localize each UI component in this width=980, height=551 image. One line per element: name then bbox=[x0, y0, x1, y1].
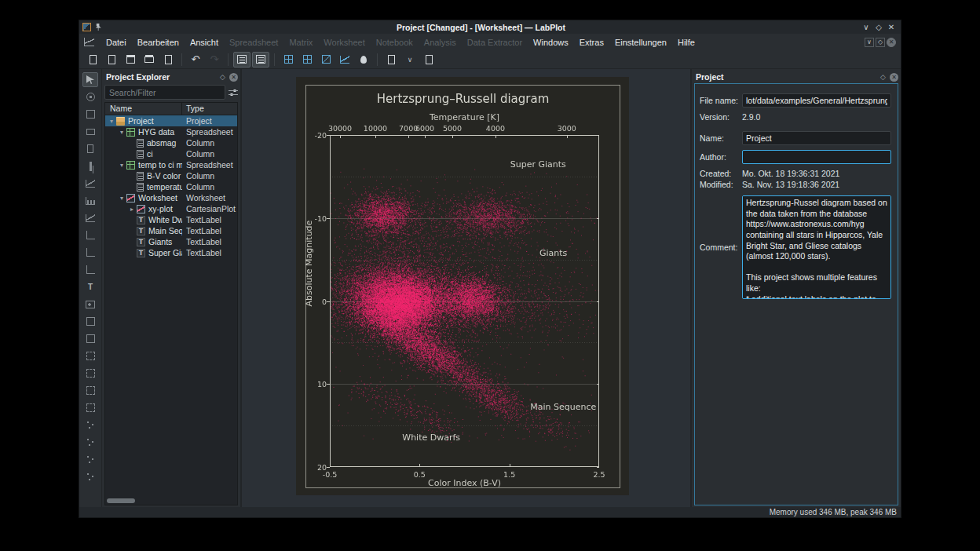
zoom-y-select-mode-button[interactable] bbox=[82, 141, 98, 156]
export-button[interactable] bbox=[159, 52, 177, 68]
maximize-button[interactable]: ◇ bbox=[872, 21, 885, 33]
add-legend-button[interactable] bbox=[82, 262, 98, 277]
expander-open-icon[interactable]: ▾ bbox=[118, 162, 126, 169]
toggle-properties-explorer-button[interactable] bbox=[252, 52, 269, 68]
sheet-icon bbox=[126, 128, 135, 137]
new-worksheet-button[interactable] bbox=[317, 52, 335, 68]
tree-row-worksheet[interactable]: ▾WorksheetWorksheet bbox=[105, 192, 237, 203]
navigate-mode-button[interactable] bbox=[82, 89, 98, 104]
close-dock-icon[interactable]: ✕ bbox=[890, 73, 898, 82]
menu-ansicht[interactable]: Ansicht bbox=[185, 36, 224, 49]
menu-hilfe[interactable]: Hilfe bbox=[672, 36, 700, 49]
add-text-label-button[interactable]: T bbox=[82, 279, 98, 294]
zoom-fit-selection-button[interactable] bbox=[82, 366, 98, 381]
tree-row-xy-plot[interactable]: ▸xy-plotCartesianPlot bbox=[105, 203, 237, 214]
new-matrix-button[interactable] bbox=[298, 52, 316, 68]
text-label-giants[interactable]: Giants bbox=[539, 248, 567, 258]
filter-options-icon[interactable] bbox=[229, 89, 238, 97]
tree-row-main-sequence[interactable]: TMain SequenceTextLabel bbox=[105, 225, 237, 236]
tree-row-ci[interactable]: ciColumn bbox=[105, 148, 237, 159]
tree-row-giants[interactable]: TGiantsTextLabel bbox=[105, 236, 237, 247]
menu-windows[interactable]: Windows bbox=[528, 36, 574, 49]
horizontal-scrollbar[interactable] bbox=[107, 498, 135, 503]
select-and-edit-mode-button[interactable] bbox=[82, 72, 98, 87]
worksheet-page[interactable]: Hertzsprung–Russell diagram Temperature … bbox=[296, 77, 629, 495]
import-sql-button[interactable] bbox=[420, 52, 437, 68]
tree-row-super-giants[interactable]: TSuper GiantsTextLabel bbox=[105, 247, 237, 258]
expander-open-icon[interactable]: ▾ bbox=[108, 118, 115, 125]
zoom-fit-x-button[interactable] bbox=[82, 383, 98, 398]
close-dock-icon[interactable]: ✕ bbox=[229, 73, 238, 82]
color-maps-button[interactable] bbox=[355, 52, 372, 68]
search-input[interactable] bbox=[104, 85, 225, 100]
new-plot-button[interactable] bbox=[336, 52, 353, 68]
shift-up-y-button[interactable] bbox=[82, 452, 98, 467]
zoom-fit-y-button[interactable] bbox=[82, 400, 98, 415]
tree-row-white-dwarfs[interactable]: TWhite DwarfsTextLabel bbox=[105, 214, 237, 225]
new-spreadsheet-button[interactable] bbox=[280, 52, 297, 68]
item-name: HYG data bbox=[138, 127, 174, 137]
expander-open-icon[interactable]: ▾ bbox=[118, 195, 126, 202]
menu-extras[interactable]: Extras bbox=[574, 36, 609, 49]
restore-subwindow-icon[interactable]: ∨ bbox=[865, 38, 874, 47]
tree-row-project[interactable]: ▾ProjectProject bbox=[105, 115, 237, 126]
column-header-type[interactable]: Type bbox=[182, 103, 237, 115]
text-label-main-sequence[interactable]: Main Sequence bbox=[530, 401, 596, 411]
text-label-super-giants[interactable]: Super Giants bbox=[510, 159, 566, 170]
new-project-button[interactable] bbox=[84, 52, 101, 68]
shift-down-y-button[interactable] bbox=[82, 469, 98, 484]
tree-row-temp-to-ci-mapping[interactable]: ▾temp to ci mappingSpreadsheet bbox=[105, 159, 237, 170]
file-name-field[interactable] bbox=[742, 93, 891, 108]
author-field[interactable] bbox=[742, 150, 891, 164]
menu-einstellungen[interactable]: Einstellungen bbox=[609, 36, 672, 49]
tree-row-temperature[interactable]: temperatureColumn bbox=[105, 181, 237, 192]
expander-open-icon[interactable]: ▾ bbox=[118, 129, 126, 136]
top-axis-label: Temperature [K] bbox=[330, 112, 599, 122]
print-button[interactable] bbox=[141, 52, 158, 68]
minimize-button[interactable]: ∨ bbox=[860, 21, 872, 33]
open-project-button[interactable] bbox=[103, 52, 120, 68]
float-dock-icon[interactable]: ◇ bbox=[220, 73, 225, 81]
add-image-button[interactable] bbox=[82, 297, 98, 312]
add-boxplot-button[interactable] bbox=[82, 210, 98, 225]
tlabel-icon: T bbox=[137, 238, 145, 246]
tree-row-absmag[interactable]: absmagColumn bbox=[105, 137, 237, 148]
pin-icon[interactable] bbox=[95, 24, 102, 31]
import-dropdown-button[interactable]: ∨ bbox=[401, 52, 419, 68]
toggle-project-explorer-button[interactable] bbox=[233, 52, 250, 68]
name-field[interactable] bbox=[742, 131, 891, 145]
properties-title: Project bbox=[694, 72, 880, 82]
scatter-canvas[interactable] bbox=[306, 86, 620, 487]
add-horizontal-axis-button[interactable] bbox=[82, 228, 98, 243]
import-file-button[interactable] bbox=[382, 52, 400, 68]
shift-right-x-button[interactable] bbox=[82, 435, 98, 450]
save-project-button[interactable] bbox=[122, 52, 139, 68]
zoom-in-button[interactable] bbox=[82, 314, 98, 329]
float-subwindow-icon[interactable]: ◇ bbox=[876, 38, 885, 47]
menu-datei[interactable]: Datei bbox=[101, 36, 132, 49]
tree-row-b-v-color-index[interactable]: B-V color indexColumn bbox=[105, 170, 237, 181]
add-xy-curve-button[interactable] bbox=[82, 176, 98, 191]
close-subwindow-icon[interactable]: ✕ bbox=[887, 38, 896, 47]
zoom-origin-button[interactable] bbox=[82, 348, 98, 363]
close-button[interactable]: ✕ bbox=[885, 21, 898, 33]
comment-field[interactable] bbox=[742, 195, 891, 299]
zoom-select-mode-button[interactable] bbox=[82, 107, 98, 122]
text-label-white-dwarfs[interactable]: White Dwarfs bbox=[402, 432, 460, 442]
cursor-mode-button[interactable] bbox=[82, 159, 98, 173]
page-sql-icon bbox=[426, 55, 433, 64]
shift-left-x-button[interactable] bbox=[82, 418, 98, 432]
menu-bearbeiten[interactable]: Bearbeiten bbox=[132, 36, 185, 49]
add-vertical-axis-button[interactable] bbox=[82, 245, 98, 260]
column-header-name[interactable]: Name bbox=[105, 103, 182, 115]
add-histogram-button[interactable] bbox=[82, 193, 98, 208]
cartesian-plot[interactable]: Hertzsprung–Russell diagram Temperature … bbox=[305, 85, 620, 488]
float-dock-icon[interactable]: ◇ bbox=[880, 73, 886, 81]
item-type: TextLabel bbox=[182, 237, 237, 246]
tree-row-hyg-data[interactable]: ▾HYG dataSpreadsheet bbox=[105, 126, 237, 137]
zoom-x-select-mode-button[interactable] bbox=[82, 124, 98, 139]
expander-closed-icon[interactable]: ▸ bbox=[128, 206, 136, 213]
zoom-out-button[interactable] bbox=[82, 331, 98, 346]
undo-button[interactable]: ↶ bbox=[187, 52, 204, 68]
zoom-select-mode-icon bbox=[86, 110, 95, 119]
